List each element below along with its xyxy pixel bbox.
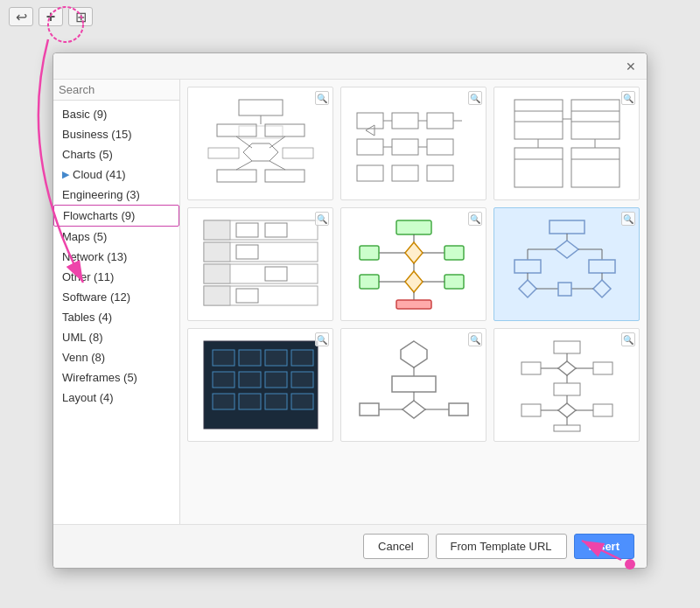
svg-rect-30 — [392, 165, 418, 181]
zoom-icon-1[interactable]: 🔍 — [315, 91, 329, 105]
svg-rect-124 — [593, 362, 612, 374]
zoom-icon-6[interactable]: 🔍 — [621, 212, 635, 226]
svg-rect-98 — [291, 372, 313, 388]
svg-rect-39 — [514, 148, 563, 187]
svg-rect-68 — [360, 275, 379, 289]
sidebar-item-software[interactable]: Software (12) — [53, 287, 179, 307]
sidebar-item-venn[interactable]: Venn (8) — [53, 347, 179, 367]
template-card-1[interactable]: 🔍 — [187, 87, 333, 200]
sidebar-item-charts[interactable]: Charts (5) — [53, 144, 179, 164]
svg-marker-7 — [243, 143, 278, 161]
svg-rect-56 — [236, 245, 258, 259]
zoom-icon-7[interactable]: 🔍 — [315, 332, 329, 346]
modal-dialog: ✕ 🔍 Basic (9) Business (15) Charts (5) — [52, 52, 648, 569]
svg-rect-55 — [265, 223, 287, 237]
svg-line-13 — [236, 161, 252, 170]
svg-rect-9 — [265, 170, 304, 182]
zoom-icon-9[interactable]: 🔍 — [621, 332, 635, 346]
template-card-5[interactable]: 🔍 — [340, 207, 486, 321]
sidebar-item-engineering[interactable]: Engineering (3) — [53, 185, 179, 205]
zoom-icon-8[interactable]: 🔍 — [468, 332, 482, 346]
svg-marker-76 — [556, 241, 578, 258]
zoom-icon-3[interactable]: 🔍 — [621, 91, 635, 105]
svg-rect-105 — [392, 376, 436, 392]
svg-rect-53 — [204, 286, 230, 305]
template-card-2[interactable]: 🔍 — [340, 87, 486, 200]
sidebar-item-layout[interactable]: Layout (4) — [53, 388, 179, 408]
svg-rect-92 — [239, 350, 261, 366]
add-button[interactable]: + — [38, 7, 63, 26]
svg-rect-22 — [427, 113, 453, 129]
svg-rect-96 — [239, 372, 261, 388]
sidebar-item-flowcharts[interactable]: Flowcharts (9) — [53, 205, 179, 227]
template-card-9[interactable]: 🔍 — [494, 328, 640, 442]
svg-rect-126 — [522, 404, 541, 416]
zoom-icon-4[interactable]: 🔍 — [315, 212, 329, 226]
sidebar-item-basic[interactable]: Basic (9) — [53, 104, 179, 124]
svg-rect-63 — [360, 246, 379, 260]
svg-rect-69 — [444, 275, 464, 289]
diagram-4 — [188, 208, 332, 320]
template-card-8[interactable]: 🔍 — [340, 328, 486, 442]
back-icon: ↩ — [16, 9, 27, 25]
svg-marker-86 — [593, 280, 611, 297]
zoom-icon-2[interactable]: 🔍 — [468, 91, 482, 105]
sidebar-item-uml[interactable]: UML (8) — [53, 327, 179, 347]
from-template-url-button[interactable]: From Template URL — [436, 534, 567, 559]
svg-rect-111 — [449, 403, 468, 416]
svg-marker-67 — [405, 271, 423, 292]
close-button[interactable]: ✕ — [624, 59, 638, 73]
template-card-4[interactable]: 🔍 — [187, 207, 333, 321]
template-card-7[interactable]: 🔍 — [187, 328, 333, 442]
diagram-2 — [341, 87, 486, 199]
svg-line-14 — [270, 161, 285, 170]
svg-marker-32 — [366, 125, 374, 136]
sidebar-item-tables[interactable]: Tables (4) — [53, 307, 179, 327]
svg-rect-102 — [291, 394, 313, 409]
grid-icon: ⊞ — [75, 9, 87, 25]
svg-rect-95 — [213, 372, 234, 388]
insert-button[interactable]: Insert — [574, 534, 634, 559]
cancel-button[interactable]: Cancel — [363, 534, 428, 559]
template-card-6[interactable]: 🔍 — [494, 207, 640, 321]
svg-rect-94 — [291, 350, 313, 366]
sidebar-item-cloud[interactable]: ▶ Cloud (41) — [53, 164, 179, 185]
zoom-icon-5[interactable]: 🔍 — [468, 212, 482, 226]
add-icon: + — [46, 8, 56, 26]
search-input[interactable] — [59, 83, 180, 96]
modal-header: ✕ — [53, 53, 647, 80]
svg-rect-89 — [558, 283, 571, 296]
diagram-6 — [494, 208, 639, 320]
svg-rect-128 — [593, 404, 612, 416]
back-button[interactable]: ↩ — [9, 7, 33, 26]
svg-rect-41 — [571, 148, 620, 187]
svg-rect-101 — [265, 394, 287, 409]
svg-rect-16 — [208, 148, 239, 158]
grid-button[interactable]: ⊞ — [68, 7, 93, 26]
modal-body: 🔍 Basic (9) Business (15) Charts (5) ▶ C… — [53, 80, 647, 524]
diagram-1 — [188, 87, 332, 199]
svg-rect-49 — [204, 242, 230, 262]
svg-marker-61 — [405, 242, 423, 263]
svg-rect-82 — [589, 260, 615, 273]
svg-rect-58 — [236, 289, 258, 303]
sidebar-item-wireframes[interactable]: Wireframes (5) — [53, 367, 179, 388]
svg-rect-31 — [427, 165, 453, 181]
sidebar-item-network[interactable]: Network (13) — [53, 247, 179, 267]
svg-rect-97 — [265, 372, 287, 388]
svg-rect-99 — [213, 394, 234, 409]
svg-rect-51 — [204, 264, 230, 283]
content-area[interactable]: 🔍 — [180, 80, 647, 524]
svg-rect-26 — [392, 139, 418, 155]
svg-marker-114 — [558, 361, 576, 375]
sidebar-item-other[interactable]: Other (11) — [53, 267, 179, 287]
template-card-3[interactable]: 🔍 — [494, 87, 640, 200]
svg-marker-118 — [558, 403, 576, 417]
svg-rect-28 — [427, 139, 453, 155]
sidebar: 🔍 Basic (9) Business (15) Charts (5) ▶ C… — [53, 80, 180, 524]
sidebar-item-business[interactable]: Business (15) — [53, 124, 179, 144]
cloud-icon: ▶ — [62, 169, 69, 180]
sidebar-item-maps[interactable]: Maps (5) — [53, 227, 179, 247]
search-box: 🔍 — [53, 80, 179, 101]
svg-marker-103 — [401, 341, 427, 367]
